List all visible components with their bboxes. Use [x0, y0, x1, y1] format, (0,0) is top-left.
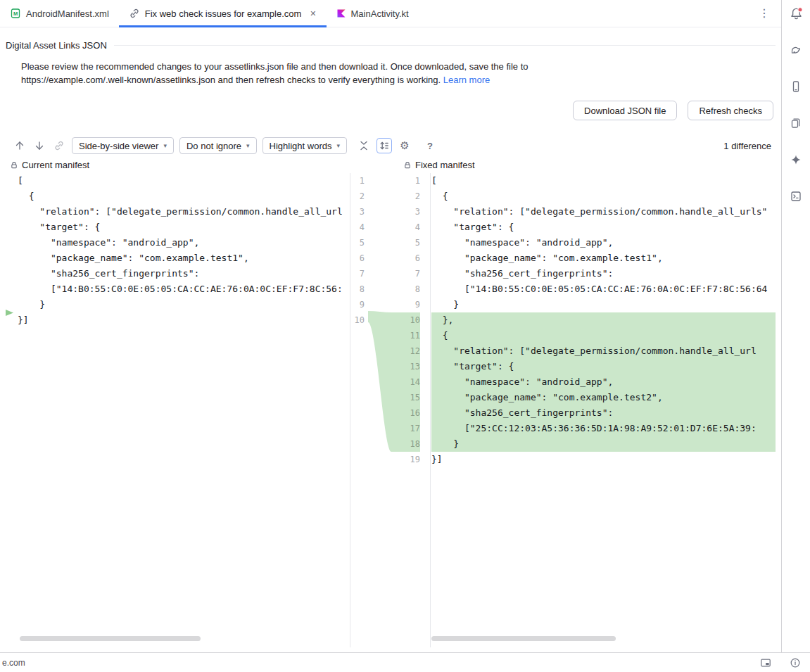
diff-toolbar: Side-by-side viewer ▾ Do not ignore ▾ Hi… — [13, 137, 773, 154]
line-number: 7 — [391, 266, 420, 281]
code-line: } — [431, 297, 776, 312]
notifications-icon[interactable] — [789, 6, 803, 20]
collapse-unchanged-button[interactable] — [357, 139, 371, 153]
tab-fix-web-check-issues[interactable]: Fix web check issues for example.com ✕ — [119, 0, 327, 27]
page-title: Digital Asset Links JSON — [6, 40, 107, 51]
tab-label: Fix web check issues for example.com — [145, 8, 302, 19]
more-options-icon[interactable]: ⋮ — [759, 8, 770, 19]
status-bar: e.com — [0, 652, 810, 672]
gemini-icon[interactable] — [789, 153, 803, 167]
pip-window-icon[interactable] — [760, 657, 771, 668]
tab-label: AndroidManifest.xml — [26, 8, 109, 19]
help-icon[interactable]: ? — [423, 139, 437, 153]
tab-androidmanifest[interactable]: M AndroidManifest.xml — [0, 0, 119, 27]
line-number: 9 — [391, 297, 420, 312]
code-line: "sha256_cert_fingerprints": — [18, 266, 350, 281]
code-line: ["25:CC:12:03:A5:36:36:5D:1A:98:A9:52:01… — [431, 421, 776, 436]
code-line: "namespace": "android_app", — [431, 374, 776, 390]
divider — [114, 45, 776, 46]
line-number: 2 — [391, 189, 420, 204]
lock-icon — [403, 161, 412, 170]
gear-icon[interactable]: ⚙ — [398, 139, 412, 153]
line-number: 8 — [391, 281, 420, 297]
gradle-icon[interactable] — [789, 43, 803, 57]
code-line: "target": { — [431, 359, 776, 374]
line-number: 5 — [350, 235, 365, 251]
line-number: 19 — [391, 452, 420, 467]
line-number: 4 — [350, 220, 365, 235]
logcat-icon[interactable] — [789, 189, 803, 203]
manifest-file-icon: M — [10, 8, 21, 19]
diff-pane-headers: Current manifest Fixed manifest — [0, 160, 781, 173]
chevron-down-icon: ▾ — [336, 142, 340, 149]
previous-difference-button[interactable] — [13, 139, 27, 153]
left-code[interactable]: [ { "relation": ["delegate_permission/co… — [6, 173, 350, 647]
right-horizontal-scrollbar[interactable] — [431, 636, 616, 641]
right-tool-rail — [781, 0, 810, 652]
jump-to-source-icon[interactable] — [52, 139, 66, 153]
pane-divider — [430, 173, 431, 647]
code-line: "namespace": "android_app", — [431, 235, 776, 251]
section-header: Digital Asset Links JSON — [6, 39, 776, 51]
line-number: 11 — [391, 328, 420, 343]
code-line: "namespace": "android_app", — [18, 235, 350, 251]
app-window: M AndroidManifest.xml Fix web check issu… — [0, 0, 810, 672]
code-line: } — [431, 436, 776, 452]
synchronize-scrolling-toggle[interactable] — [376, 138, 392, 153]
kotlin-icon — [336, 8, 346, 18]
download-json-button[interactable]: Download JSON file — [573, 101, 677, 120]
right-gutter: 12345678910111213141516171819 — [391, 173, 430, 647]
code-line: "sha256_cert_fingerprints": — [431, 266, 776, 281]
info-icon[interactable] — [790, 657, 801, 668]
difference-count: 1 difference — [723, 141, 771, 151]
highlight-policy-select[interactable]: Highlight words ▾ — [262, 137, 347, 154]
next-difference-button[interactable] — [32, 139, 46, 153]
diff-connector — [368, 173, 391, 647]
line-number: 1 — [350, 173, 365, 189]
device-manager-icon[interactable] — [789, 116, 803, 130]
code-line: { — [431, 189, 776, 204]
code-line: ["14:B0:55:C0:0E:05:05:CA:CC:AE:76:0A:0C… — [431, 281, 776, 297]
code-line: [ — [18, 173, 350, 189]
ignore-policy-select[interactable]: Do not ignore ▾ — [179, 137, 257, 154]
left-horizontal-scrollbar[interactable] — [20, 636, 201, 641]
learn-more-link[interactable]: Learn more — [443, 75, 490, 85]
line-number: 3 — [350, 204, 365, 220]
code-line: "target": { — [18, 220, 350, 235]
svg-text:M: M — [13, 11, 18, 17]
line-number: 18 — [391, 436, 420, 452]
line-number: 1 — [391, 173, 420, 189]
action-button-row: Download JSON file Refresh checks — [0, 101, 773, 120]
refresh-checks-button[interactable]: Refresh checks — [688, 101, 773, 120]
line-number: 6 — [350, 251, 365, 266]
viewer-mode-select[interactable]: Side-by-side viewer ▾ — [72, 137, 174, 154]
line-number: 6 — [391, 251, 420, 266]
link-icon — [129, 8, 140, 19]
line-number: 7 — [350, 266, 365, 281]
description: Please review the recommended changes to… — [21, 60, 760, 87]
editor-tab-bar: M AndroidManifest.xml Fix web check issu… — [0, 0, 781, 27]
chevron-down-icon: ▾ — [163, 142, 167, 149]
code-line: "sha256_cert_fingerprints": — [431, 405, 776, 421]
line-number: 9 — [350, 297, 365, 312]
description-line-2: https://example.com/.well-known/assetlin… — [21, 73, 760, 87]
code-line: }, — [431, 312, 776, 328]
code-line: "package_name": "com.example.test2", — [431, 390, 776, 405]
line-number: 2 — [350, 189, 365, 204]
line-number: 8 — [350, 281, 365, 297]
running-devices-icon[interactable] — [789, 80, 803, 94]
tab-mainactivity[interactable]: MainActivity.kt — [327, 0, 419, 27]
description-line-1: Please review the recommended changes to… — [21, 60, 760, 73]
diff-viewer: [ { "relation": ["delegate_permission/co… — [0, 173, 781, 647]
right-code[interactable]: [ { "relation": ["delegate_permission/co… — [430, 173, 776, 647]
code-line: }] — [18, 312, 350, 328]
line-number: 5 — [391, 235, 420, 251]
close-icon[interactable]: ✕ — [310, 9, 316, 18]
chevron-down-icon: ▾ — [246, 142, 250, 149]
lock-icon — [10, 161, 18, 170]
line-number: 4 — [391, 220, 420, 235]
code-line: "relation": ["delegate_permission/common… — [18, 204, 350, 220]
line-number: 13 — [391, 359, 420, 374]
line-number: 17 — [391, 421, 420, 436]
code-line: { — [431, 328, 776, 343]
